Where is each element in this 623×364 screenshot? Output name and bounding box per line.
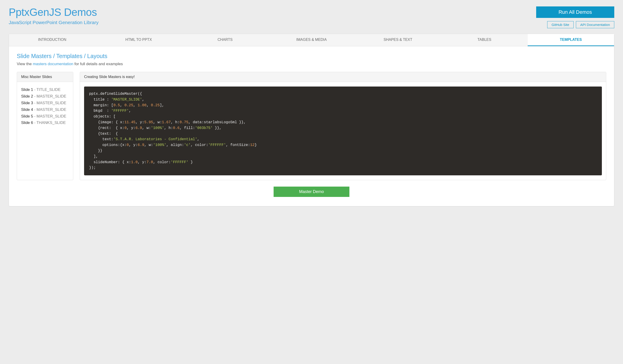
slide-separator: -	[33, 87, 37, 92]
slide-name: Slide 4	[21, 107, 33, 112]
slide-name: Slide 3	[21, 101, 33, 105]
list-item: Slide 5 - MASTER_SLIDE	[21, 113, 69, 120]
code-str: 'S.T.A.R. Laboratories - Confidential'	[113, 137, 197, 141]
section-desc-prefix: View the	[17, 62, 33, 66]
section-desc-suffix: for full details and examples	[73, 62, 123, 66]
tab-intro[interactable]: INTRODUCTION	[9, 34, 95, 46]
code-line: objects: [	[89, 115, 115, 119]
tab-tables[interactable]: TABLES	[441, 34, 527, 46]
code-num: 6.9	[138, 143, 144, 147]
code-punc: ,	[120, 103, 124, 107]
code-str: '003b75'	[195, 126, 213, 130]
slide-master-name: MASTER_SLIDE	[37, 107, 66, 112]
list-item: Slide 1 - TITLE_SLIDE	[21, 86, 69, 93]
code-str: 'MASTER_SLIDE'	[111, 98, 142, 102]
misc-master-slides-heading: Misc Master Slides	[17, 72, 73, 82]
code-punc: , align:	[166, 143, 184, 147]
tabs-container: INTRODUCTIONHTML TO PPTXCHARTSIMAGES & M…	[9, 34, 614, 206]
code-line: options:{x:	[89, 143, 127, 147]
slide-separator: -	[33, 101, 37, 105]
code-str: 'FFFFFF'	[171, 160, 188, 164]
tab-images[interactable]: IMAGES & MEDIA	[268, 34, 355, 46]
slide-list: Slide 1 - TITLE_SLIDESlide 2 - MASTER_SL…	[21, 86, 69, 126]
list-item: Slide 4 - MASTER_SLIDE	[21, 106, 69, 113]
tab-shapes[interactable]: SHAPES & TEXT	[355, 34, 441, 46]
code-num: 12	[250, 143, 255, 147]
list-item: Slide 2 - MASTER_SLIDE	[21, 93, 69, 100]
code-punc: , fontSize:	[226, 143, 250, 147]
code-punc: }	[188, 160, 193, 164]
code-line: ],	[89, 154, 98, 159]
code-punc: ,	[147, 103, 151, 107]
github-site-button[interactable]: GitHub Site	[547, 21, 574, 28]
code-punc: }	[255, 143, 257, 147]
slide-master-name: MASTER_SLIDE	[37, 114, 66, 119]
code-line: }}	[89, 149, 102, 153]
slide-master-name: MASTER_SLIDE	[37, 94, 66, 99]
code-punc: , y:	[138, 160, 146, 164]
code-punc: , y:	[135, 120, 144, 124]
code-line: slideNumber: { x:	[89, 160, 131, 164]
slide-master-name: TITLE_SLIDE	[37, 87, 61, 92]
code-str: '100%'	[153, 143, 166, 147]
code-punc: ,	[133, 103, 138, 107]
code-punc: , fill:	[180, 126, 195, 130]
code-line: margin: [	[89, 103, 113, 107]
slide-name: Slide 5	[21, 114, 33, 119]
code-punc: , w:	[144, 143, 153, 147]
code-punc: ,	[197, 137, 200, 141]
code-line: pptx.defineSlideMaster({	[89, 92, 142, 96]
page-title: PptxGenJS Demos	[9, 6, 99, 18]
creating-slide-masters-panel: Creating Slide Masters is easy! pptx.def…	[80, 72, 606, 180]
code-line: text:	[89, 137, 113, 141]
misc-master-slides-panel: Misc Master Slides Slide 1 - TITLE_SLIDE…	[17, 72, 73, 180]
code-num: 0	[127, 143, 129, 147]
slide-name: Slide 2	[21, 94, 33, 99]
creating-slide-masters-heading: Creating Slide Masters is easy!	[80, 72, 606, 82]
page-header: PptxGenJS Demos JavaScript PowerPoint Ge…	[9, 6, 614, 28]
code-str: '100%'	[151, 126, 164, 130]
code-line: {image: { x:	[89, 120, 125, 124]
code-num: 0.5	[113, 103, 120, 107]
tab-charts[interactable]: CHARTS	[182, 34, 268, 46]
masters-documentation-link[interactable]: masters documentation	[33, 62, 73, 66]
code-line: bkgd :	[89, 109, 111, 113]
master-demo-button[interactable]: Master Demo	[274, 187, 349, 197]
section-title: Slide Masters / Templates / Layouts	[17, 53, 606, 60]
code-num: 1.0	[131, 160, 138, 164]
code-punc: ],	[160, 103, 164, 107]
slide-separator: -	[33, 94, 37, 99]
code-num: 1.00	[138, 103, 146, 107]
code-punc: , h:	[164, 126, 173, 130]
slide-master-name: THANKS_SLIDE	[37, 121, 66, 125]
code-punc: , w:	[153, 120, 162, 124]
code-num: 5.95	[144, 120, 153, 124]
code-punc: , color:	[153, 160, 171, 164]
tab-html[interactable]: HTML TO PPTX	[95, 34, 182, 46]
code-num: 0.25	[125, 103, 133, 107]
code-line: {rect: { x:	[89, 126, 125, 130]
slide-separator: -	[33, 121, 37, 125]
code-punc: , y:	[127, 126, 135, 130]
run-all-demos-button[interactable]: Run All Demos	[536, 6, 614, 18]
code-str: 'FFFFFF'	[111, 109, 129, 113]
list-item: Slide 6 - THANKS_SLIDE	[21, 120, 69, 126]
tab-bar: INTRODUCTIONHTML TO PPTXCHARTSIMAGES & M…	[9, 34, 614, 46]
code-str: 'c'	[184, 143, 191, 147]
code-num: 0.6	[173, 126, 180, 130]
code-num: 6.9	[135, 126, 142, 130]
code-str: 'FFFFFF'	[208, 143, 226, 147]
code-punc: , w:	[142, 126, 151, 130]
code-line: {text: {	[89, 132, 118, 136]
list-item: Slide 3 - MASTER_SLIDE	[21, 100, 69, 106]
tab-templates[interactable]: TEMPLATES	[528, 34, 614, 46]
slide-master-name: MASTER_SLIDE	[37, 101, 66, 105]
code-num: 7.0	[147, 160, 153, 164]
slide-name: Slide 6	[21, 121, 33, 125]
api-documentation-button[interactable]: API Documentation	[576, 21, 614, 28]
code-punc: , data:starlabsLogoSml }},	[188, 120, 246, 124]
slide-name: Slide 1	[21, 87, 33, 92]
slide-separator: -	[33, 114, 37, 119]
code-num: 1.67	[162, 120, 171, 124]
code-num: 0.25	[151, 103, 160, 107]
